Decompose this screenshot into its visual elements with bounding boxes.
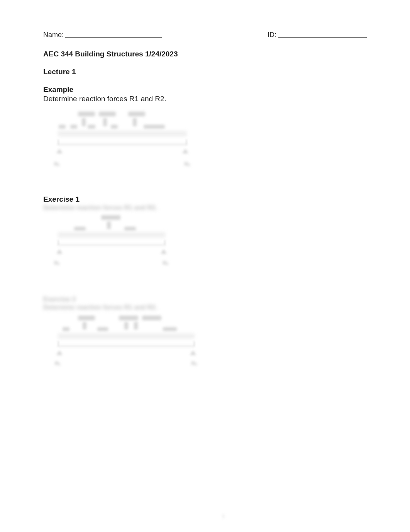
name-blank-line	[65, 37, 162, 38]
load-arrow-blob	[83, 322, 86, 330]
dim-text-blob	[59, 125, 66, 129]
reaction-r2-label: R₂	[163, 260, 168, 266]
dim-text-blob	[144, 125, 165, 129]
support-right-icon	[182, 149, 188, 153]
exercise2-diagram: R₁ R₂	[47, 314, 202, 380]
exercise1-diagram: R₁ R₂	[47, 214, 175, 280]
dim-text-blob	[74, 227, 86, 231]
overall-dim-line	[58, 245, 165, 245]
load-arrow-blob	[103, 118, 107, 126]
overall-dim-line	[58, 346, 195, 347]
page-number: 1	[222, 513, 225, 519]
overall-dim-line	[58, 144, 187, 145]
dim-tick	[58, 240, 59, 245]
course-title: AEC 344 Building Structures 1/24/2023	[43, 50, 367, 58]
load-label-blob	[99, 112, 116, 116]
example-section: Example Determine reaction forces R1 and…	[43, 85, 367, 180]
load-label-blob	[78, 112, 95, 116]
reaction-r1-label: R₁	[54, 161, 59, 167]
dim-text-blob	[163, 327, 177, 331]
exercise2-section: Exercise 2 Determine reaction forces R1 …	[43, 296, 367, 380]
support-right-icon	[190, 350, 196, 355]
reaction-r2-label: R₂	[185, 161, 190, 167]
id-label: ID:	[268, 31, 276, 39]
load-label-blob	[119, 316, 138, 320]
reaction-r2-label: R₂	[191, 360, 197, 366]
beam	[58, 333, 195, 339]
id-field: ID:	[268, 31, 367, 39]
dim-text-blob	[88, 125, 95, 129]
dim-tick	[194, 341, 195, 347]
dim-tick	[164, 240, 165, 245]
example-heading: Example	[43, 85, 367, 94]
dim-text-blob	[111, 125, 118, 129]
exercise2-instruction-blurred: Determine reaction forces R1 and R2.	[43, 304, 367, 311]
load-label-blob	[78, 316, 95, 320]
support-left-icon	[56, 350, 63, 355]
dim-tick	[58, 139, 59, 145]
load-arrow-blob	[82, 118, 86, 126]
reaction-r1-label: R₁	[54, 260, 59, 266]
reaction-r1-label: R₁	[55, 360, 60, 366]
load-arrow-blob	[134, 322, 138, 330]
name-label: Name:	[43, 31, 64, 39]
dim-tick	[58, 341, 59, 347]
support-left-icon	[56, 149, 63, 153]
load-arrow-blob	[107, 221, 111, 229]
load-arrow-blob	[124, 322, 128, 330]
exercise1-heading: Exercise 1	[43, 195, 367, 204]
beam	[58, 232, 165, 238]
load-label-blob	[142, 316, 161, 320]
dim-tick	[186, 139, 187, 145]
name-field: Name:	[43, 31, 162, 39]
exercise1-section: Exercise 1 Determine reaction forces R1 …	[43, 195, 367, 280]
id-blank-line	[278, 37, 367, 38]
dim-text-blob	[124, 227, 136, 231]
load-label-blob	[101, 215, 120, 220]
support-right-icon	[161, 249, 167, 254]
load-arrow-blob	[133, 118, 137, 126]
lecture-label: Lecture 1	[43, 68, 367, 76]
exercise2-heading-blurred: Exercise 2	[43, 296, 367, 303]
dim-text-blob	[63, 327, 69, 331]
header-row: Name: ID:	[43, 31, 367, 39]
load-label-blob	[128, 112, 145, 116]
example-instruction: Determine reaction forces R1 and R2.	[43, 95, 367, 103]
example-diagram: R₁ R₂	[47, 110, 194, 180]
dim-text-blob	[70, 125, 77, 129]
support-left-icon	[56, 249, 63, 254]
beam	[58, 131, 187, 136]
exercise1-instruction-blurred: Determine reaction forces R1 and R2.	[43, 204, 367, 211]
dim-text-blob	[97, 327, 108, 331]
